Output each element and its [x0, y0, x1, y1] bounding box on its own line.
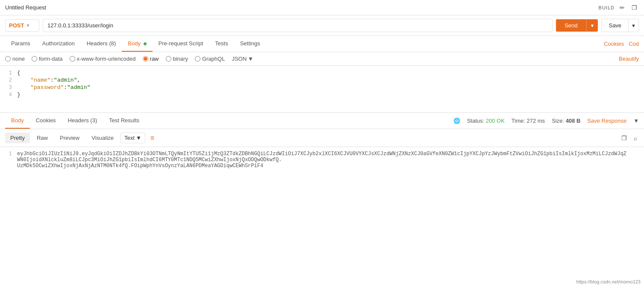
response-tabs-bar: Body Cookies Headers (3) Test Results 🌐 …	[0, 113, 644, 129]
cookies-link[interactable]: Cookies Cod	[604, 41, 639, 47]
headers-count: (8)	[109, 40, 116, 47]
json-dropdown[interactable]: JSON ▼	[232, 56, 253, 62]
radio-binary[interactable]	[166, 56, 171, 62]
body-options: none form-data x-www-form-urlencoded raw…	[0, 52, 644, 66]
tab-pre-request-script[interactable]: Pre-request Script	[153, 36, 209, 52]
format-dropdown[interactable]: Text ▼	[121, 133, 145, 143]
view-tab-raw[interactable]: Raw	[32, 133, 53, 143]
save-dropdown-arrow[interactable]: ▼	[629, 19, 639, 32]
globe-icon: 🌐	[453, 118, 460, 124]
beautify-button[interactable]: Beautify	[619, 56, 639, 62]
edit-icon: ✏	[620, 4, 625, 11]
option-graphql[interactable]: GraphQL	[195, 56, 225, 62]
radio-none[interactable]	[5, 56, 11, 62]
title-bar-right: BUILD ✏ ❐	[599, 3, 639, 12]
size-label: Size: 408 B	[552, 118, 580, 124]
raw-label: raw	[150, 56, 159, 62]
view-tabs: Pretty Raw Preview Visualize Text ▼ ≡ ❐ …	[0, 129, 644, 147]
code-editor[interactable]: 1 { 2 "name":"admin", 3 "password":"admi…	[0, 66, 644, 113]
radio-raw[interactable]	[143, 56, 148, 62]
form-data-label: form-data	[39, 56, 63, 62]
save-button[interactable]: Save	[601, 19, 629, 32]
option-none[interactable]: none	[5, 56, 25, 62]
resp-tab-body[interactable]: Body	[5, 113, 30, 129]
build-button[interactable]: BUILD	[599, 5, 615, 10]
copy-button[interactable]: ❐	[620, 134, 629, 142]
status-label: Status: 200 OK	[467, 118, 505, 124]
body-dot	[144, 42, 147, 45]
line-content-3: "password":"admin"	[17, 84, 91, 91]
time-label: Time: 272 ms	[512, 118, 545, 124]
radio-graphql[interactable]	[195, 56, 200, 62]
method-select[interactable]: POST ▼	[5, 19, 39, 32]
line-num-1: 1	[0, 70, 17, 76]
radio-form-data[interactable]	[32, 56, 37, 62]
send-btn-group: Send ▼	[556, 19, 598, 32]
edit-icon-button[interactable]: ✏	[618, 3, 626, 12]
option-binary[interactable]: binary	[166, 56, 188, 62]
title-bar-left: Untitled Request	[5, 4, 46, 11]
tab-params[interactable]: Params	[5, 36, 36, 52]
resp-content-1: eyJhbGciOiJIUzI1NiJ9.eyJqdGkiOiIZDJhZDBk…	[17, 151, 627, 169]
expand-icon: ❐	[632, 4, 637, 11]
code-line-2: 2 "name":"admin",	[0, 77, 644, 84]
json-label: JSON	[232, 56, 247, 62]
code-line-1: 1 {	[0, 69, 644, 77]
line-num-3: 3	[0, 84, 17, 91]
save-response-button[interactable]: Save Response	[587, 118, 626, 124]
graphql-label: GraphQL	[202, 56, 225, 62]
resp-tab-cookies[interactable]: Cookies	[30, 113, 62, 129]
line-content-4: }	[17, 91, 21, 98]
line-content-1: {	[17, 70, 21, 76]
format-label: Text	[124, 135, 135, 141]
send-dropdown-arrow[interactable]: ▼	[586, 19, 598, 32]
line-num-2: 2	[0, 77, 17, 83]
wrap-icon[interactable]: ≡	[150, 134, 154, 142]
url-bar: POST ▼ Send ▼ Save ▼	[0, 15, 644, 36]
send-button[interactable]: Send	[556, 19, 586, 32]
code-line-3: 3 "password":"admin"	[0, 84, 644, 91]
binary-label: binary	[173, 56, 188, 62]
format-dropdown-arrow: ▼	[136, 135, 141, 141]
search-response-button[interactable]: ⌕	[632, 134, 639, 142]
json-dropdown-arrow: ▼	[248, 56, 253, 62]
tab-body[interactable]: Body	[122, 36, 152, 52]
resp-line-num-1: 1	[0, 151, 17, 157]
option-form-data[interactable]: form-data	[32, 56, 63, 62]
url-input[interactable]	[43, 19, 553, 32]
url-encoded-label: x-www-form-urlencoded	[77, 56, 136, 62]
method-label: POST	[9, 22, 24, 29]
resp-tab-headers[interactable]: Headers (3)	[62, 113, 103, 129]
title-bar: Untitled Request BUILD ✏ ❐	[0, 0, 644, 15]
line-num-4: 4	[0, 91, 17, 98]
method-dropdown-arrow: ▼	[26, 23, 30, 28]
expand-icon-button[interactable]: ❐	[630, 3, 639, 12]
tab-authorization[interactable]: Authorization	[36, 36, 81, 52]
resp-tab-test-results[interactable]: Test Results	[103, 113, 145, 129]
tab-settings[interactable]: Settings	[234, 36, 266, 52]
save-btn-group: Save ▼	[601, 19, 639, 32]
tab-tests[interactable]: Tests	[209, 36, 234, 52]
view-tab-pretty[interactable]: Pretty	[5, 133, 30, 143]
code-line-4: 4 }	[0, 91, 644, 98]
option-url-encoded[interactable]: x-www-form-urlencoded	[70, 56, 136, 62]
view-tab-visualize[interactable]: Visualize	[86, 133, 119, 143]
view-tab-preview[interactable]: Preview	[55, 133, 85, 143]
tab-headers[interactable]: Headers (8)	[81, 36, 122, 52]
status-value: 200 OK	[486, 118, 505, 124]
response-body: 1 eyJhbGciOiJIUzI1NiJ9.eyJqdGkiOiIZDJhZD…	[0, 147, 644, 198]
response-line-1: 1 eyJhbGciOiJIUzI1NiJ9.eyJqdGkiOiIZDJhZD…	[0, 150, 644, 169]
line-content-2: "name":"admin",	[17, 77, 80, 83]
response-status-area: 🌐 Status: 200 OK Time: 272 ms Size: 408 …	[453, 118, 639, 124]
save-response-dropdown-arrow[interactable]: ▼	[633, 118, 639, 124]
request-tabs: Params Authorization Headers (8) Body Pr…	[0, 36, 644, 52]
window-title: Untitled Request	[5, 4, 46, 11]
time-value: 272 ms	[526, 118, 545, 124]
none-label: none	[12, 56, 25, 62]
size-value: 408 B	[566, 118, 581, 124]
option-raw[interactable]: raw	[143, 56, 159, 62]
radio-url-encoded[interactable]	[70, 56, 75, 62]
